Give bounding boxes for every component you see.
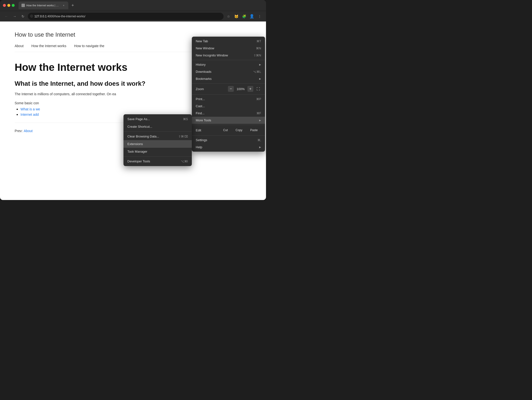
menu-item-new-tab[interactable]: New Tab ⌘T bbox=[192, 38, 265, 45]
history-arrow-icon: ▶ bbox=[259, 63, 261, 66]
sub-menu-label-extensions: Extensions bbox=[127, 142, 188, 146]
sub-menu-item-save-page[interactable]: Save Page As... ⌘S bbox=[123, 115, 192, 123]
menu-label-downloads: Downloads bbox=[196, 70, 249, 74]
bookmark-star-button[interactable]: ☆ bbox=[225, 13, 232, 20]
link-internet-address[interactable]: Internet add bbox=[20, 113, 39, 116]
zoom-fullscreen-button[interactable]: ⛶ bbox=[255, 86, 261, 92]
menu-item-edit: Edit Cut Copy Paste bbox=[192, 126, 265, 134]
sub-context-menu: Save Page As... ⌘S Create Shortcut... Cl… bbox=[123, 114, 192, 166]
menu-item-settings[interactable]: Settings ⌘, bbox=[192, 137, 265, 144]
menu-item-find[interactable]: Find... ⌘F bbox=[192, 110, 265, 117]
forward-icon: → bbox=[13, 14, 16, 18]
cat-extension-button[interactable]: 🐱 bbox=[233, 13, 240, 20]
paste-button[interactable]: Paste bbox=[247, 127, 261, 133]
active-tab[interactable]: How the Internet works | How t × bbox=[19, 1, 68, 9]
copy-button[interactable]: Copy bbox=[232, 127, 246, 133]
menu-item-new-window[interactable]: New Window ⌘N bbox=[192, 45, 265, 52]
menu-divider-2 bbox=[192, 83, 265, 84]
prev-nav: Prev: About bbox=[15, 129, 33, 133]
menu-divider-4 bbox=[192, 125, 265, 125]
menu-item-more-tools[interactable]: More Tools ▶ bbox=[192, 117, 265, 124]
sub-menu-shortcut-developer-tools: ⌥⌘I bbox=[181, 160, 188, 163]
profile-button[interactable]: 👤 bbox=[248, 13, 255, 20]
menu-divider-1 bbox=[192, 60, 265, 60]
sub-menu-shortcut-save-page: ⌘S bbox=[183, 117, 188, 121]
menu-shortcut-settings: ⌘, bbox=[257, 138, 261, 142]
url-host: 127.0.0.1 bbox=[34, 15, 47, 18]
sub-menu-label-developer-tools: Developer Tools bbox=[127, 159, 177, 163]
zoom-out-button[interactable]: − bbox=[228, 86, 234, 92]
prev-label: Prev: bbox=[15, 129, 23, 133]
menu-label-help: Help bbox=[196, 145, 257, 149]
new-tab-button[interactable]: + bbox=[69, 2, 76, 9]
menu-item-bookmarks[interactable]: Bookmarks ▶ bbox=[192, 75, 265, 82]
address-bar[interactable]: ⓘ 127.0.0.1:4000/how-the-internet-works/ bbox=[28, 13, 224, 20]
cut-button[interactable]: Cut bbox=[220, 127, 231, 133]
sub-menu-item-clear-browsing[interactable]: Clear Browsing Data... ⇧⌘⌫ bbox=[123, 133, 192, 140]
sub-menu-divider-1 bbox=[123, 131, 192, 132]
menu-label-new-incognito: New Incognito Window bbox=[196, 53, 250, 57]
menu-label-settings: Settings bbox=[196, 138, 254, 142]
zoom-controls: − 100% + ⛶ bbox=[228, 86, 261, 92]
tab-favicon bbox=[21, 4, 25, 7]
sub-menu-item-extensions[interactable]: Extensions bbox=[123, 140, 192, 148]
edit-label: Edit bbox=[196, 128, 220, 132]
menu-item-print[interactable]: Print... ⌘P bbox=[192, 95, 265, 103]
sub-menu-item-create-shortcut[interactable]: Create Shortcut... bbox=[123, 123, 192, 130]
tab-close-button[interactable]: × bbox=[62, 4, 65, 7]
menu-label-cast: Cast... bbox=[196, 104, 261, 108]
sub-menu-divider-2 bbox=[123, 156, 192, 157]
edit-actions: Cut Copy Paste bbox=[220, 127, 261, 133]
nav-navigate[interactable]: How to navigate the bbox=[74, 44, 104, 48]
menu-button[interactable]: ⋮ bbox=[256, 13, 263, 20]
maximize-button[interactable] bbox=[12, 4, 15, 7]
sub-menu-label-save-page: Save Page As... bbox=[127, 117, 179, 121]
menu-label-find: Find... bbox=[196, 111, 253, 115]
menu-shortcut-new-window: ⌘N bbox=[256, 47, 261, 50]
menu-label-new-tab: New Tab bbox=[196, 39, 253, 43]
minimize-button[interactable] bbox=[7, 4, 10, 7]
menu-label-bookmarks: Bookmarks bbox=[196, 77, 257, 81]
menu-item-history[interactable]: History ▶ bbox=[192, 61, 265, 68]
menu-divider-3 bbox=[192, 94, 265, 95]
title-bar: How the Internet works | How t × + bbox=[0, 0, 266, 11]
main-context-menu: New Tab ⌘T New Window ⌘N New Incognito W… bbox=[192, 37, 265, 152]
close-button[interactable] bbox=[3, 4, 6, 7]
url-path: :4000/how-the-internet-works/ bbox=[47, 15, 85, 18]
menu-shortcut-print: ⌘P bbox=[256, 97, 261, 101]
menu-item-new-incognito[interactable]: New Incognito Window ⇧⌘N bbox=[192, 52, 265, 59]
toolbar: ← → ↻ ⓘ 127.0.0.1:4000/how-the-internet-… bbox=[0, 11, 266, 21]
menu-item-cast[interactable]: Cast... bbox=[192, 103, 265, 110]
nav-about[interactable]: About bbox=[15, 44, 24, 48]
more-tools-arrow-icon: ▶ bbox=[259, 119, 261, 122]
url-display: 127.0.0.1:4000/how-the-internet-works/ bbox=[34, 15, 221, 18]
menu-shortcut-new-incognito: ⇧⌘N bbox=[254, 54, 261, 57]
sub-menu-label-clear-browsing: Clear Browsing Data... bbox=[127, 135, 174, 138]
zoom-value: 100% bbox=[236, 87, 246, 91]
secure-icon: ⓘ bbox=[30, 14, 33, 18]
sub-menu-item-task-manager[interactable]: Task Manager bbox=[123, 148, 192, 155]
prev-link[interactable]: About bbox=[24, 129, 33, 133]
menu-label-new-window: New Window bbox=[196, 46, 252, 50]
menu-item-help[interactable]: Help ▶ bbox=[192, 144, 265, 151]
tab-bar: How the Internet works | How t × + bbox=[19, 1, 263, 9]
sub-menu-label-task-manager: Task Manager bbox=[127, 150, 188, 153]
menu-item-downloads[interactable]: Downloads ⌥⌘L bbox=[192, 68, 265, 75]
sub-menu-item-developer-tools[interactable]: Developer Tools ⌥⌘I bbox=[123, 158, 192, 165]
more-icon: ⋮ bbox=[258, 14, 261, 18]
back-button[interactable]: ← bbox=[3, 13, 10, 20]
bookmarks-arrow-icon: ▶ bbox=[259, 77, 261, 80]
browser-window: How the Internet works | How t × + ← → ↻… bbox=[0, 0, 266, 200]
menu-divider-5 bbox=[192, 135, 265, 136]
zoom-in-button[interactable]: + bbox=[247, 86, 253, 92]
extensions-button[interactable]: 🧩 bbox=[241, 13, 247, 20]
link-what-is-website[interactable]: What is a we bbox=[20, 107, 40, 111]
menu-shortcut-new-tab: ⌘T bbox=[256, 40, 261, 43]
reload-button[interactable]: ↻ bbox=[20, 13, 26, 20]
forward-button[interactable]: → bbox=[11, 13, 18, 20]
nav-how-internet[interactable]: How the Internet works bbox=[31, 44, 66, 48]
sub-menu-label-create-shortcut: Create Shortcut... bbox=[127, 125, 188, 128]
toolbar-actions: ☆ 🐱 🧩 👤 ⋮ bbox=[225, 13, 263, 20]
menu-label-more-tools: More Tools bbox=[196, 118, 257, 122]
menu-label-history: History bbox=[196, 63, 257, 66]
